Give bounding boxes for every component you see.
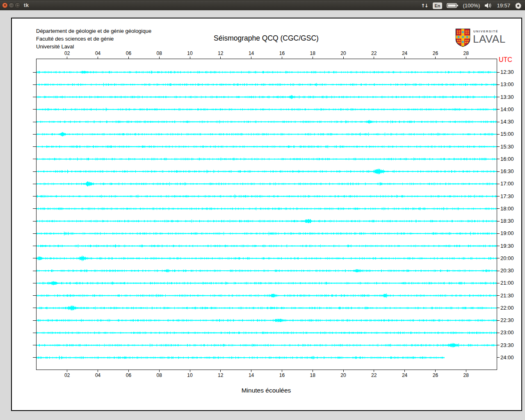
trace-tick-left xyxy=(33,308,36,308)
maximize-button[interactable] xyxy=(15,2,21,8)
system-tray: ↑↓ En (100%) 19:57 xyxy=(421,0,522,11)
x-tick-bottom xyxy=(220,370,221,372)
trace-tick-left xyxy=(33,146,36,147)
trace-tick-right xyxy=(497,159,500,159)
trace-tick-left xyxy=(33,357,36,358)
x-tick-bottom xyxy=(313,370,313,372)
utc-time-label: 13:30 xyxy=(500,94,514,100)
x-tick-label-bottom: 26 xyxy=(430,372,441,378)
x-tick-top xyxy=(343,57,344,59)
trace-tick-left xyxy=(33,233,36,234)
trace-tick-right xyxy=(497,184,500,184)
trace-tick-left xyxy=(33,295,36,296)
x-tick-bottom xyxy=(67,370,67,372)
desktop: { "window": { "title": "tk", "controls":… xyxy=(0,0,525,420)
gear-icon[interactable] xyxy=(515,2,522,9)
trace-tick-right xyxy=(497,345,500,345)
trace-tick-left xyxy=(33,72,36,73)
utc-time-label: 14:30 xyxy=(500,119,514,125)
window-titlebar: ✕ – tk ↑↓ En (100%) 19:57 xyxy=(0,0,525,10)
x-tick-label-top: 16 xyxy=(276,50,287,56)
x-tick-label-top: 20 xyxy=(338,50,349,56)
window-title: tk xyxy=(24,2,29,8)
trace-tick-right xyxy=(497,221,500,221)
trace-tick-right xyxy=(497,146,500,147)
x-tick-label-bottom: 28 xyxy=(461,372,471,378)
x-tick-top xyxy=(220,57,221,59)
x-tick-label-top: 02 xyxy=(62,50,73,56)
utc-time-label: 16:00 xyxy=(500,156,514,162)
x-tick-label-bottom: 18 xyxy=(307,372,318,378)
trace-tick-right xyxy=(497,246,500,246)
institution-line-3: Université Laval xyxy=(36,43,151,50)
trace-tick-right xyxy=(497,171,500,172)
trace-tick-left xyxy=(33,109,36,110)
trace-tick-left xyxy=(33,184,36,184)
trace-tick-left xyxy=(33,134,36,135)
trace-tick-left xyxy=(33,208,36,209)
trace-tick-right xyxy=(497,84,500,85)
trace-tick-left xyxy=(33,320,36,321)
x-tick-top xyxy=(466,57,466,59)
utc-time-label: 16:30 xyxy=(500,168,514,174)
utc-time-label: 13:00 xyxy=(500,81,514,87)
close-icon: ✕ xyxy=(2,3,7,8)
trace-tick-right xyxy=(497,72,500,73)
utc-time-label: 22:30 xyxy=(500,317,514,323)
x-tick-top xyxy=(404,57,405,59)
trace-tick-left xyxy=(33,159,36,159)
trace-tick-left xyxy=(33,283,36,283)
trace-tick-right xyxy=(497,295,500,296)
x-tick-label-bottom: 20 xyxy=(338,372,349,378)
x-tick-bottom xyxy=(128,370,129,372)
minimize-icon: – xyxy=(9,3,14,7)
utc-axis-label: UTC xyxy=(499,56,512,64)
x-tick-bottom xyxy=(435,370,436,372)
utc-time-label: 15:00 xyxy=(500,131,514,137)
trace-tick-right xyxy=(497,109,500,110)
utc-time-label: 17:30 xyxy=(500,193,514,199)
x-tick-label-bottom: 10 xyxy=(185,372,195,378)
trace-tick-left xyxy=(33,196,36,196)
utc-time-label: 20:30 xyxy=(500,267,514,274)
chart-title: Séismographe QCQ (CGC/GSC) xyxy=(151,34,381,43)
x-tick-top xyxy=(128,57,129,59)
x-tick-top xyxy=(282,57,282,59)
close-button[interactable]: ✕ xyxy=(2,2,8,8)
trace-tick-right xyxy=(497,122,500,122)
utc-time-label: 17:00 xyxy=(500,180,514,187)
trace-tick-right xyxy=(497,208,500,209)
clock[interactable]: 19:57 xyxy=(497,2,510,9)
x-tick-label-bottom: 06 xyxy=(123,372,134,378)
utc-time-label: 19:00 xyxy=(500,230,514,236)
utc-time-label: 18:30 xyxy=(500,218,514,224)
x-tick-top xyxy=(98,57,98,59)
x-tick-bottom xyxy=(98,370,98,372)
institution-block: Département de géologie et de génie géol… xyxy=(36,27,151,50)
volume-icon[interactable] xyxy=(484,2,492,9)
x-tick-label-bottom: 12 xyxy=(215,372,226,378)
trace-tick-left xyxy=(33,246,36,246)
battery-percentage: (100%) xyxy=(463,2,480,9)
x-tick-bottom xyxy=(159,370,160,372)
trace-tick-right xyxy=(497,357,500,358)
minimize-button[interactable]: – xyxy=(9,2,14,8)
trace-tick-right xyxy=(497,196,500,196)
utc-time-label: 15:30 xyxy=(500,144,514,150)
battery-icon[interactable] xyxy=(447,2,459,9)
network-arrows-icon[interactable]: ↑↓ xyxy=(421,3,428,9)
utc-time-label: 19:30 xyxy=(500,243,514,249)
x-tick-bottom xyxy=(190,370,190,372)
x-axis-title: Minutes écoulées xyxy=(151,387,381,394)
trace-tick-left xyxy=(33,271,36,271)
trace-tick-right xyxy=(497,134,500,135)
trace-tick-left xyxy=(33,122,36,122)
x-tick-top xyxy=(435,57,436,59)
trace-tick-left xyxy=(33,258,36,258)
keyboard-layout-indicator[interactable]: En xyxy=(433,2,442,9)
utc-time-label: 23:30 xyxy=(500,342,514,348)
trace-tick-right xyxy=(497,271,500,271)
seismogram-plot: UTC 020204040606080810101212141416161818… xyxy=(36,59,497,370)
trace-tick-left xyxy=(33,345,36,345)
x-tick-bottom xyxy=(251,370,251,372)
